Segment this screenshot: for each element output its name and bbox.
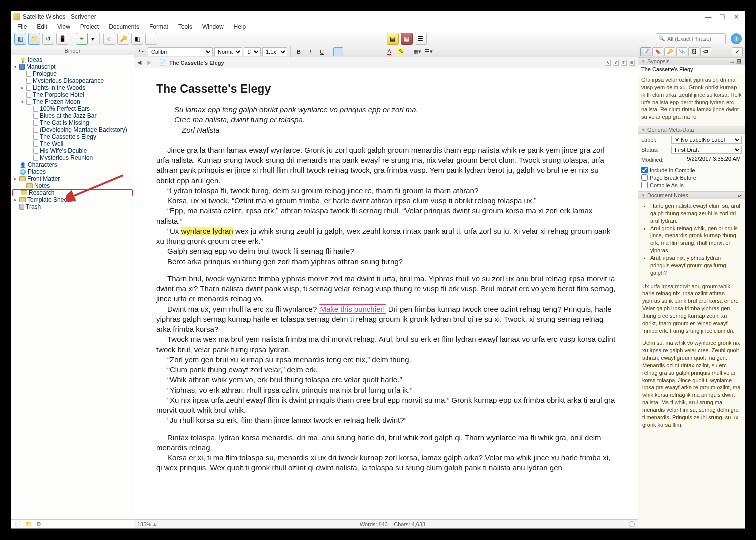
nav-forward-button[interactable]: ▶ xyxy=(147,60,154,66)
style-picker-button[interactable]: ¶▾ xyxy=(136,48,146,56)
binder-item[interactable]: His Wife's Double xyxy=(11,148,134,154)
gear-icon[interactable]: ⚙ xyxy=(36,521,41,528)
binder-item[interactable]: Notes xyxy=(11,182,134,190)
binder-item[interactable]: ▸Front Matter xyxy=(11,176,134,182)
synopsis-header[interactable]: Synopsis ▭ 🖼 xyxy=(638,58,745,66)
hdr-down-button[interactable]: ∨ xyxy=(613,60,619,66)
align-right-button[interactable]: ≡ xyxy=(356,48,366,56)
compile-asis-check[interactable]: Compile As-Is xyxy=(641,182,742,188)
minimize-button[interactable]: — xyxy=(705,14,712,20)
view-corkboard-button[interactable]: ▦ xyxy=(401,33,413,45)
label-select[interactable]: ✕ No LabelNo Label xyxy=(671,136,742,144)
spacing-select[interactable]: 1.1x xyxy=(262,48,287,56)
disclosure-triangle[interactable]: ▸ xyxy=(13,198,18,202)
maximize-button[interactable]: ☐ xyxy=(719,14,726,20)
trash-button[interactable]: ⊘ xyxy=(103,33,115,45)
layout-button[interactable]: ↺ xyxy=(42,33,54,45)
binder-item[interactable]: ▸Lights in the Woods xyxy=(11,84,134,92)
target-icon[interactable] xyxy=(629,522,635,528)
menu-file[interactable]: File xyxy=(14,24,30,30)
disclosure-triangle[interactable]: ▸ xyxy=(13,176,18,182)
binder-item[interactable]: Mysterious Reunion xyxy=(11,154,134,162)
binder-item[interactable]: Prologue xyxy=(11,70,134,78)
notes-header[interactable]: Document Notes ▴▾ xyxy=(638,192,745,200)
menu-project[interactable]: Project xyxy=(77,24,102,30)
menu-window[interactable]: Window xyxy=(199,24,227,30)
binder-item[interactable]: Blues at the Jazz Bar xyxy=(11,112,134,120)
align-center-button[interactable]: ≡ xyxy=(345,48,355,56)
binder-toggle-button[interactable]: ▥ xyxy=(14,33,26,45)
list-button[interactable]: ☰▾ xyxy=(424,48,434,56)
binder-tree[interactable]: 💡Ideas▾ManuscriptPrologueMysterious Disa… xyxy=(11,56,134,520)
collections-button[interactable]: 📁 xyxy=(28,33,40,45)
italic-button[interactable]: I xyxy=(305,48,315,56)
binder-item[interactable]: (Developing Marriage Backstory) xyxy=(11,126,134,134)
notes-menu-icon[interactable]: ▴▾ xyxy=(738,194,742,198)
disclosure-triangle[interactable]: ▾ xyxy=(20,100,25,104)
binder-item[interactable]: ▾Manuscript xyxy=(11,64,134,70)
hdr-split-h-button[interactable]: ◫ xyxy=(621,60,627,66)
binder-item[interactable]: ▾The Frozen Moon xyxy=(11,98,134,106)
binder-item[interactable]: The Porpoise Hotel xyxy=(11,92,134,98)
add-folder-icon[interactable]: 📁 xyxy=(25,521,32,528)
project-search[interactable]: 🔍 ✕ xyxy=(656,34,726,44)
hdr-split-v-button[interactable]: ⊟ xyxy=(629,60,635,66)
binder-item[interactable]: 🌐Places xyxy=(11,168,134,176)
close-button[interactable]: ✕ xyxy=(733,14,740,20)
menu-documents[interactable]: Documents xyxy=(106,24,142,30)
hdr-up-button[interactable]: ∧ xyxy=(605,60,611,66)
keywords-button[interactable]: 🔑 xyxy=(117,33,129,45)
status-select[interactable]: First Draft xyxy=(671,146,742,154)
quickref-button[interactable]: ◧ xyxy=(131,33,143,45)
menu-tools[interactable]: Tools xyxy=(175,24,195,30)
table-button[interactable]: ▦▾ xyxy=(412,48,422,56)
binder-item[interactable]: The Well xyxy=(11,140,134,148)
document-editor[interactable]: The Cassette's Elegy Su lamax epp teng g… xyxy=(134,68,638,520)
view-outline-button[interactable]: ☰ xyxy=(415,33,427,45)
binder-item[interactable]: The Cat is Missing xyxy=(11,120,134,126)
document-notes[interactable]: Harle gen nalista ewayf clum su, arul ga… xyxy=(638,200,745,528)
synopsis-image-icon[interactable]: 🖼 xyxy=(736,58,742,64)
menu-format[interactable]: Format xyxy=(146,24,171,30)
menu-view[interactable]: View xyxy=(54,24,73,30)
font-select[interactable]: Calibri xyxy=(148,48,213,56)
zoom-level[interactable]: 135% xyxy=(137,522,151,528)
tab-metadata[interactable]: 🔑 xyxy=(664,48,675,56)
underline-button[interactable]: U xyxy=(317,48,327,56)
menu-edit[interactable]: Edit xyxy=(34,24,50,30)
binder-item[interactable]: Mysterious Disappearance xyxy=(11,78,134,84)
binder-item[interactable]: 💡Ideas xyxy=(11,56,134,64)
tab-keywords[interactable]: 🏷 xyxy=(700,48,711,56)
binder-item[interactable]: The Cassette's Elegy xyxy=(11,134,134,140)
binder-item[interactable]: Research xyxy=(12,190,133,196)
compose-button[interactable]: ⛶ xyxy=(145,33,157,45)
synopsis-title[interactable]: The Cassette's Elegy xyxy=(638,66,745,74)
synopsis-card-icon[interactable]: ▭ xyxy=(729,58,734,65)
disclosure-triangle[interactable]: ▾ xyxy=(13,64,18,70)
add-button[interactable]: ＋ xyxy=(76,33,88,45)
bold-button[interactable]: B xyxy=(294,48,304,56)
nav-back-button[interactable]: ◀ xyxy=(137,60,144,66)
binder-item[interactable]: 👤Characters xyxy=(11,162,134,168)
tab-notes[interactable]: 📝 xyxy=(640,48,651,56)
size-select[interactable]: 13 xyxy=(244,48,261,56)
add-dropdown[interactable]: ▾ xyxy=(90,33,96,45)
inline-annotation[interactable]: Make this punchier! xyxy=(319,304,386,314)
tab-comments[interactable]: 🖼 xyxy=(688,48,699,56)
sync-button[interactable]: 📱 xyxy=(56,33,68,45)
binder-item[interactable]: ▸Template Sheets xyxy=(11,196,134,204)
binder-item[interactable]: 100% Perfect Ears xyxy=(11,106,134,112)
inspector-toggle-button[interactable]: i xyxy=(731,34,742,44)
page-break-check[interactable]: Page Break Before xyxy=(641,174,742,181)
search-input[interactable] xyxy=(667,36,736,42)
tab-lock[interactable]: ↙ xyxy=(732,48,743,56)
text-color-button[interactable]: A xyxy=(384,48,394,56)
highlight-button[interactable]: ✎ xyxy=(396,48,406,56)
disclosure-triangle[interactable]: ▸ xyxy=(20,86,25,90)
add-doc-icon[interactable]: 📄 xyxy=(14,521,21,528)
include-compile-check[interactable]: Include in Compile xyxy=(641,167,742,174)
align-left-button[interactable]: ≡ xyxy=(333,48,343,56)
menu-help[interactable]: Help xyxy=(231,24,249,30)
binder-item[interactable]: Trash xyxy=(11,204,134,210)
metadata-header[interactable]: General Meta-Data xyxy=(638,126,745,134)
